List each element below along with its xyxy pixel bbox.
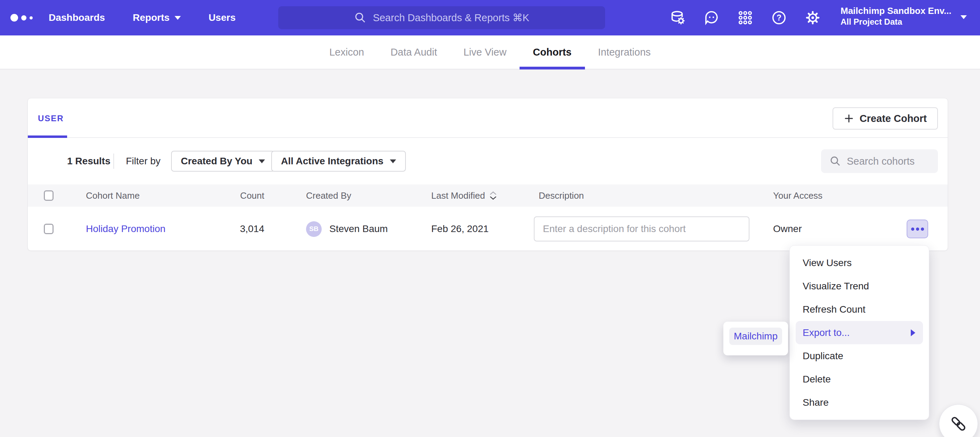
top-navbar: Dashboards Reports Users Search Dashboar… xyxy=(0,0,980,35)
sort-icon[interactable] xyxy=(489,191,497,200)
filter-by-label: Filter by xyxy=(126,138,161,184)
nav-item-label: Users xyxy=(208,12,236,23)
cohorts-page: Dashboards Reports Users Search Dashboar… xyxy=(0,0,980,437)
ellipsis-icon xyxy=(911,228,914,231)
table-row: Holiday Promotion 3,014 SB Steven Baum F… xyxy=(28,207,948,251)
search-cohorts-input[interactable]: Search cohorts xyxy=(821,149,938,173)
project-chevron-down-icon[interactable] xyxy=(961,15,967,19)
tab-data-audit[interactable]: Data Audit xyxy=(377,35,450,69)
menu-item-refresh-count[interactable]: Refresh Count xyxy=(790,298,929,321)
menu-item-label: View Users xyxy=(803,257,852,269)
tab-label: Integrations xyxy=(598,46,651,58)
table-header: Cohort Name Count Created By Last Modifi… xyxy=(28,184,948,207)
global-search-placeholder: Search Dashboards & Reports ⌘K xyxy=(373,12,529,24)
created-by-cell: SB Steven Baum xyxy=(306,207,388,251)
menu-item-delete[interactable]: Delete xyxy=(790,367,929,391)
tab-label: Live View xyxy=(464,46,507,58)
column-cohort-name[interactable]: Cohort Name xyxy=(86,184,140,207)
access-cell: Owner xyxy=(773,207,802,251)
tab-label: Lexicon xyxy=(329,46,364,58)
svg-text:?: ? xyxy=(776,13,781,22)
nav-item-label: Reports xyxy=(133,12,170,23)
description-input[interactable] xyxy=(534,217,749,241)
cohort-name-link[interactable]: Holiday Promotion xyxy=(86,223,165,234)
menu-item-label: Duplicate xyxy=(803,350,843,362)
search-icon xyxy=(829,155,841,167)
tab-user-cohorts[interactable]: USER xyxy=(38,114,64,124)
created-by-filter-dropdown[interactable]: Created By You xyxy=(171,151,275,172)
feedback-icon[interactable] xyxy=(703,10,719,26)
column-last-modified[interactable]: Last Modified xyxy=(431,184,497,207)
data-icon[interactable] xyxy=(670,10,686,26)
data-management-subnav: Lexicon Data Audit Live View Cohorts Int… xyxy=(0,35,980,70)
column-label: Your Access xyxy=(773,190,822,201)
help-icon[interactable]: ? xyxy=(771,10,787,26)
project-name: Mailchimp Sandbox Env... xyxy=(840,5,951,17)
link-icon xyxy=(949,415,968,433)
filter-toolbar: 1 Results Filter by Created By You All A… xyxy=(28,138,948,184)
chevron-down-icon xyxy=(390,160,396,163)
avatar: SB xyxy=(306,221,322,237)
menu-item-duplicate[interactable]: Duplicate xyxy=(790,344,929,367)
search-cohorts-placeholder: Search cohorts xyxy=(847,156,915,167)
top-nav-items: Dashboards Reports Users xyxy=(49,0,235,35)
column-your-access[interactable]: Your Access xyxy=(773,184,822,207)
menu-item-view-users[interactable]: View Users xyxy=(790,251,929,274)
cohorts-card: USER Create Cohort 1 Results Filter by C… xyxy=(27,98,948,251)
create-cohort-label: Create Cohort xyxy=(860,113,927,124)
nav-item-dashboards[interactable]: Dashboards xyxy=(49,12,105,23)
search-icon xyxy=(354,11,366,24)
nav-item-label: Dashboards xyxy=(49,12,105,23)
tab-integrations[interactable]: Integrations xyxy=(585,35,664,69)
integrations-filter-dropdown[interactable]: All Active Integrations xyxy=(271,151,406,172)
column-label: Count xyxy=(240,190,264,201)
plus-icon xyxy=(844,113,854,124)
dropdown-label: All Active Integrations xyxy=(281,156,383,167)
nav-item-users[interactable]: Users xyxy=(208,12,236,23)
cohort-count: 3,014 xyxy=(208,207,264,251)
project-switcher[interactable]: Mailchimp Sandbox Env... All Project Dat… xyxy=(840,5,951,27)
select-all-checkbox[interactable] xyxy=(44,190,54,201)
user-tab-underline xyxy=(28,136,67,138)
column-created-by[interactable]: Created By xyxy=(306,184,351,207)
column-label: Created By xyxy=(306,190,351,201)
submenu-arrow-icon xyxy=(911,329,915,336)
dropdown-label: Created By You xyxy=(181,156,253,167)
ellipsis-icon xyxy=(921,228,924,231)
top-nav-icon-group: ? xyxy=(670,0,821,35)
row-more-actions-button[interactable] xyxy=(907,220,928,238)
submenu-item-mailchimp[interactable]: Mailchimp xyxy=(729,328,782,345)
create-cohort-button[interactable]: Create Cohort xyxy=(832,107,938,130)
column-label: Description xyxy=(539,190,584,201)
menu-item-share[interactable]: Share xyxy=(790,391,929,414)
tab-cohorts[interactable]: Cohorts xyxy=(520,35,585,69)
apps-icon[interactable] xyxy=(737,10,753,26)
results-count: 1 Results xyxy=(67,138,111,184)
mixpanel-logo-icon[interactable] xyxy=(10,0,33,35)
nav-item-reports[interactable]: Reports xyxy=(133,12,181,23)
menu-item-visualize-trend[interactable]: Visualize Trend xyxy=(790,274,929,298)
submenu-item-label: Mailchimp xyxy=(734,331,778,342)
row-checkbox[interactable] xyxy=(44,224,54,234)
column-description[interactable]: Description xyxy=(534,184,584,207)
settings-icon[interactable] xyxy=(805,10,821,26)
menu-item-label: Export to... xyxy=(803,327,850,338)
menu-item-export-to[interactable]: Export to... xyxy=(796,321,923,344)
menu-item-label: Visualize Trend xyxy=(803,281,869,292)
creator-name: Steven Baum xyxy=(329,223,388,234)
column-label: Last Modified xyxy=(431,190,485,201)
ellipsis-icon xyxy=(916,228,919,231)
menu-item-label: Delete xyxy=(803,374,831,385)
cohorts-card-header: USER Create Cohort xyxy=(28,98,948,138)
menu-item-label: Share xyxy=(803,397,829,408)
tab-label: Data Audit xyxy=(391,46,437,58)
menu-item-label: Refresh Count xyxy=(803,304,865,315)
column-count[interactable]: Count xyxy=(208,184,264,207)
tab-live-view[interactable]: Live View xyxy=(450,35,520,69)
project-subtitle: All Project Data xyxy=(840,17,951,27)
chevron-down-icon xyxy=(259,160,265,163)
copy-link-fab-button[interactable] xyxy=(939,404,978,437)
export-submenu: Mailchimp xyxy=(723,322,788,355)
global-search-input[interactable]: Search Dashboards & Reports ⌘K xyxy=(278,6,605,29)
tab-lexicon[interactable]: Lexicon xyxy=(316,35,377,69)
